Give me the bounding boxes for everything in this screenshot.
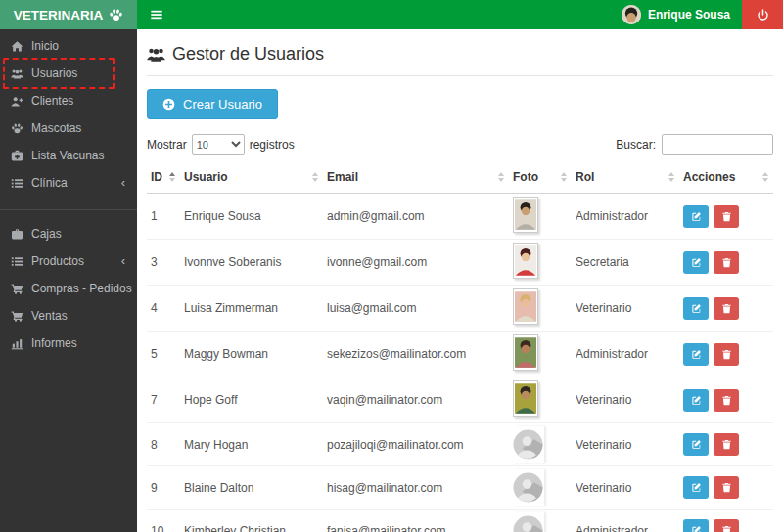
edit-user-button[interactable] — [683, 476, 709, 499]
column-header-email[interactable]: Email — [323, 161, 509, 194]
edit-user-button[interactable] — [683, 251, 709, 274]
sidebar-item-inicio[interactable]: Inicio — [0, 29, 137, 60]
cell-rol: Administrador — [572, 332, 679, 377]
brand-logo[interactable]: VETERINARIA — [0, 0, 137, 29]
sort-icon — [668, 172, 674, 182]
column-header-acciones[interactable]: Acciones — [679, 161, 773, 194]
column-header-id[interactable]: ID — [147, 161, 180, 194]
cell-email: admin@gmail.com — [323, 194, 509, 240]
cell-email: luisa@gmail.com — [323, 286, 509, 332]
page-title: Gestor de Usuarios — [147, 37, 773, 76]
user-menu[interactable]: Enrique Sousa — [610, 5, 742, 24]
users-table: ID Usuario Email Foto Rol Acciones 1Enri… — [147, 161, 773, 532]
sort-icon — [169, 172, 175, 182]
cell-rol: Secretaria — [572, 240, 679, 286]
delete-user-button[interactable] — [714, 519, 739, 532]
sidebar-item-ventas[interactable]: Ventas — [0, 302, 137, 330]
sidebar-item-cajas[interactable]: Cajas — [0, 220, 137, 247]
cell-id: 4 — [147, 286, 180, 332]
column-header-usuario[interactable]: Usuario — [180, 161, 323, 194]
length-select[interactable]: 10 — [192, 134, 245, 155]
sidebar-toggle-button[interactable] — [137, 0, 176, 29]
chevron-left-icon: ‹ — [121, 254, 125, 268]
delete-user-button[interactable] — [714, 297, 739, 320]
cell-foto — [509, 466, 572, 510]
trash-icon — [721, 211, 732, 222]
sidebar-item-label: Lista Vacunas — [31, 149, 105, 162]
cell-usuario: Mary Hogan — [180, 423, 323, 466]
delete-user-button[interactable] — [714, 389, 739, 412]
cell-id: 3 — [147, 240, 180, 286]
cell-foto — [509, 332, 572, 377]
sidebar-item-compras-pedidos[interactable]: Compras - Pedidos — [0, 275, 137, 302]
user-photo — [513, 380, 538, 417]
sidebar-item-label: Compras - Pedidos — [31, 282, 132, 295]
edit-icon — [691, 211, 702, 222]
edit-icon — [691, 439, 702, 450]
top-bar: VETERINARIA Enrique Sousa — [0, 0, 783, 29]
cell-foto — [509, 194, 572, 240]
table-row: 1Enrique Sousaadmin@gmail.comAdministrad… — [147, 194, 773, 240]
trash-icon — [721, 395, 732, 406]
column-header-foto[interactable]: Foto — [509, 161, 572, 194]
delete-user-button[interactable] — [714, 343, 739, 366]
cell-foto — [509, 286, 572, 332]
length-label-after: registros — [250, 138, 295, 152]
create-user-button[interactable]: Crear Usuario — [147, 89, 278, 119]
cell-usuario: Maggy Bowman — [180, 332, 323, 377]
user-name: Enrique Sousa — [648, 8, 730, 22]
delete-user-button[interactable] — [714, 476, 739, 499]
chevron-left-icon: ‹ — [121, 176, 125, 190]
cell-id: 1 — [147, 194, 180, 240]
sort-icon — [561, 172, 567, 182]
edit-user-button[interactable] — [683, 343, 709, 366]
cell-usuario: Hope Goff — [180, 377, 323, 423]
delete-user-button[interactable] — [714, 205, 739, 228]
edit-user-button[interactable] — [683, 389, 709, 412]
cell-rol: Administrador — [572, 510, 679, 532]
cell-email: fanisa@mailinator.com — [323, 510, 509, 532]
column-header-rol[interactable]: Rol — [572, 161, 679, 194]
sidebar-item-label: Clínica — [31, 176, 68, 190]
sidebar-item-clientes[interactable]: Clientes — [0, 87, 137, 114]
user-photo-placeholder — [513, 469, 544, 506]
sidebar-item-informes[interactable]: Informes — [0, 330, 137, 357]
cell-rol: Veterinario — [572, 423, 679, 466]
cell-id: 8 — [147, 423, 180, 466]
sidebar: Inicio Usuarios Clientes Mascotas Lista … — [0, 29, 137, 532]
cell-acciones — [679, 466, 773, 510]
paw-icon — [109, 8, 123, 22]
sidebar-item-clinica[interactable]: Clínica ‹ — [0, 169, 137, 197]
cell-rol: Veterinario — [572, 377, 679, 423]
edit-user-button[interactable] — [683, 519, 709, 532]
cell-id: 5 — [147, 332, 180, 377]
power-icon — [757, 9, 769, 22]
sidebar-item-usuarios[interactable]: Usuarios — [0, 60, 137, 87]
cell-id: 7 — [147, 377, 180, 423]
navbar: Enrique Sousa — [137, 0, 783, 29]
cell-acciones — [679, 377, 773, 423]
sidebar-item-label: Mascotas — [31, 121, 81, 135]
edit-user-button[interactable] — [683, 205, 709, 228]
cell-foto — [509, 423, 572, 466]
edit-user-button[interactable] — [683, 297, 709, 320]
user-photo-image — [515, 336, 536, 369]
main-content: Gestor de Usuarios Crear Usuario Mostrar… — [137, 29, 783, 532]
bar-chart-icon — [11, 337, 23, 350]
delete-user-button[interactable] — [714, 251, 739, 274]
edit-icon — [691, 525, 702, 532]
sidebar-item-label: Clientes — [31, 94, 73, 108]
edit-user-button[interactable] — [683, 433, 709, 456]
navbar-right: Enrique Sousa — [610, 0, 783, 29]
users-icon — [11, 67, 23, 80]
user-photo-image — [515, 382, 536, 415]
delete-user-button[interactable] — [714, 433, 739, 456]
logout-button[interactable] — [742, 0, 783, 29]
search-label: Buscar: — [616, 138, 656, 152]
sidebar-item-lista-vacunas[interactable]: Lista Vacunas — [0, 142, 137, 169]
sidebar-item-productos[interactable]: Productos ‹ — [0, 247, 137, 275]
cell-acciones — [679, 423, 773, 466]
sidebar-item-mascotas[interactable]: Mascotas — [0, 114, 137, 142]
search-input[interactable] — [662, 134, 773, 155]
edit-icon — [691, 257, 702, 268]
